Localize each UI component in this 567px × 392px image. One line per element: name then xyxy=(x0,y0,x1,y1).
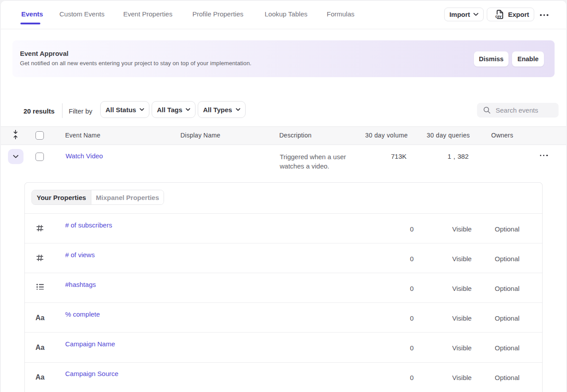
svg-text:csv: csv xyxy=(495,14,501,19)
